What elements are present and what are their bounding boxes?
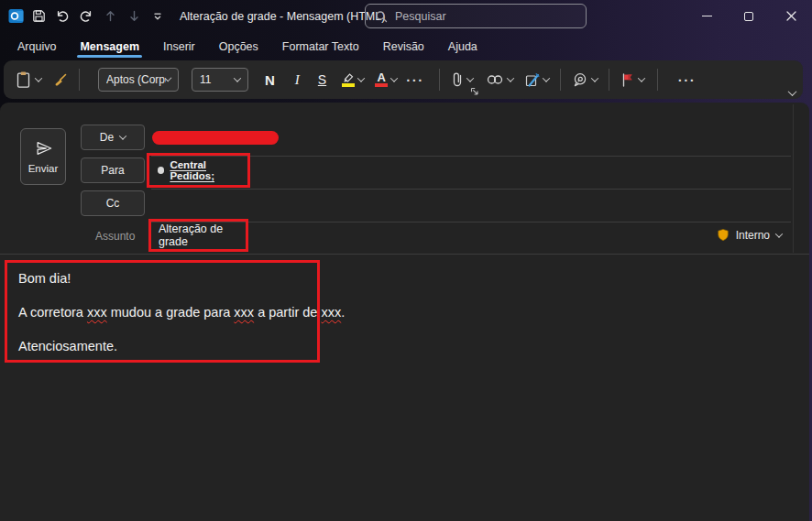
outlook-compose-window: Alteração de grade - Mensagem (HTML) Pes… [0, 0, 812, 521]
tab-ajuda[interactable]: Ajuda [445, 32, 480, 60]
sentence-text: mudou a grade para [107, 305, 235, 320]
move-down-button[interactable] [123, 5, 145, 28]
collapse-ribbon-icon [788, 87, 797, 96]
body-closing: Atenciosamente. [18, 338, 317, 355]
toolbar-divider [560, 69, 561, 91]
chevron-down-icon [357, 74, 365, 81]
highlight-pen-icon [341, 72, 355, 82]
save-button[interactable] [27, 5, 49, 28]
to-field-annotation-box: Central Pedidos; [147, 153, 250, 188]
sentence-text: A corretora [18, 305, 87, 320]
format-painter-button[interactable] [52, 72, 68, 88]
toolbar-divider [609, 69, 609, 91]
maximize-button[interactable] [728, 0, 770, 32]
maximize-icon [744, 12, 753, 21]
tab-formatar-texto[interactable]: Formatar Texto [280, 32, 362, 60]
chevron-down-icon [542, 74, 549, 81]
message-body[interactable]: Bom dia! A corretora xxx mudou a grade p… [0, 255, 809, 521]
chevron-down-icon [35, 74, 42, 81]
editor-button[interactable] [572, 71, 598, 88]
from-button[interactable]: De [81, 125, 145, 150]
chevron-down-icon [637, 74, 644, 81]
customize-toolbar-button[interactable] [147, 5, 169, 28]
misspelled-word: xxx [321, 305, 341, 320]
misspelled-word: xxx [87, 305, 107, 320]
italic-button[interactable]: I [295, 72, 300, 88]
close-icon [785, 10, 797, 22]
send-icon [34, 139, 53, 157]
save-icon [32, 9, 46, 23]
to-button[interactable]: Para [81, 157, 145, 183]
body-sentence: A corretora xxx mudou a grade para xxx a… [18, 304, 317, 321]
move-up-icon [104, 9, 117, 23]
format-painter-icon [52, 72, 68, 88]
redo-button[interactable] [75, 5, 97, 28]
customize-qat-icon [152, 11, 163, 22]
tab-inserir[interactable]: Inserir [160, 32, 198, 60]
tab-label: Mensagem [80, 40, 139, 53]
search-input[interactable]: Pesquisar [365, 4, 587, 28]
collapse-ribbon-button[interactable] [789, 85, 796, 99]
cc-button[interactable]: Cc [81, 190, 145, 216]
presence-icon [158, 167, 164, 174]
tab-opcoes[interactable]: Opções [216, 32, 261, 60]
sensitivity-selector[interactable]: Interno [717, 228, 782, 242]
more-commands-button[interactable]: ··· [678, 72, 697, 88]
dialog-launcher-icon [469, 86, 479, 96]
signature-icon [524, 72, 540, 88]
message-pane: Enviar De Para Central Pedidos; Cc Assun… [0, 103, 809, 521]
send-button[interactable]: Enviar [20, 128, 66, 185]
chevron-down-icon [390, 74, 398, 81]
undo-button[interactable] [51, 5, 73, 28]
more-font-options-button[interactable]: ··· [406, 72, 424, 88]
font-color-icon: A [377, 72, 385, 82]
font-size-select[interactable]: 11 [192, 68, 248, 92]
tab-revisao[interactable]: Revisão [380, 32, 427, 60]
search-placeholder: Pesquisar [395, 10, 446, 23]
from-label: De [100, 131, 114, 144]
tab-mensagem[interactable]: Mensagem [77, 32, 142, 60]
paste-button[interactable] [15, 71, 41, 89]
ribbon-tab-bar: Arquivo Mensagem Inserir Opções Formatar… [0, 32, 812, 60]
dialog-launcher-button[interactable] [469, 86, 479, 96]
chevron-down-icon [590, 74, 598, 81]
misspelled-word: xxx [234, 305, 254, 320]
tab-label: Opções [219, 40, 258, 53]
tab-label: Revisão [383, 40, 424, 53]
tab-label: Formatar Texto [282, 40, 359, 53]
bold-button[interactable]: N [265, 72, 275, 88]
underline-button[interactable]: S [318, 72, 326, 87]
insert-link-button[interactable] [486, 73, 513, 86]
attach-icon [451, 71, 464, 88]
toolbar-divider [439, 69, 440, 91]
subject-annotation-box: Alteração de grade [148, 219, 248, 252]
close-button[interactable] [770, 0, 812, 32]
undo-icon [55, 9, 70, 24]
link-icon [486, 73, 504, 86]
window-title: Alteração de grade - Mensagem (HTML) [180, 10, 385, 23]
signature-button[interactable] [524, 72, 549, 88]
follow-up-flag-icon [620, 72, 635, 88]
minimize-button[interactable] [686, 0, 728, 32]
font-color-swatch [375, 83, 388, 87]
search-icon [375, 10, 388, 23]
chevron-down-icon [466, 74, 473, 81]
move-down-icon [127, 9, 141, 23]
recipient-chip[interactable]: Central Pedidos; [158, 159, 247, 181]
font-size-value: 11 [200, 73, 211, 86]
tab-arquivo[interactable]: Arquivo [15, 32, 59, 60]
subject-value[interactable]: Alteração de grade [159, 223, 246, 248]
field-separator [151, 189, 791, 190]
toolbar-divider [79, 69, 80, 91]
body-annotation-box: Bom dia! A corretora xxx mudou a grade p… [5, 260, 320, 363]
follow-up-flag-button[interactable] [620, 72, 644, 88]
font-color-button[interactable]: A [375, 72, 397, 87]
sentence-text: a partir de [254, 305, 321, 320]
font-name-select[interactable]: Aptos (Corpo) [98, 68, 179, 92]
tab-label: Inserir [163, 40, 195, 53]
redo-icon [79, 9, 93, 24]
highlight-color-button[interactable] [341, 72, 364, 87]
toolbar-divider [657, 69, 658, 91]
ribbon-toolbar: Aptos (Corpo) 11 N I S A ··· [4, 60, 803, 99]
move-up-button[interactable] [99, 5, 121, 28]
